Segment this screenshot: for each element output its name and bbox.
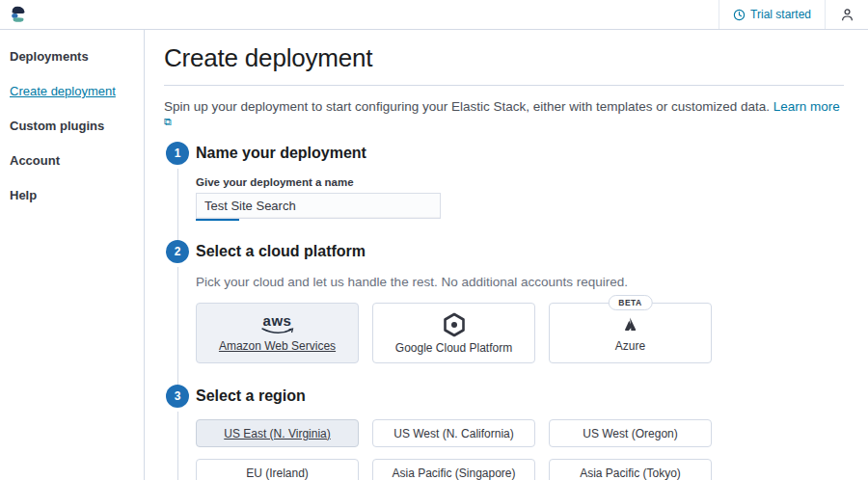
azure-logo [618, 314, 643, 335]
main-content: Create deployment Spin up your deploymen… [145, 30, 868, 480]
region-button-us-east[interactable]: US East (N. Virginia) [196, 419, 359, 447]
trial-started-label: Trial started [750, 8, 811, 21]
user-menu-button[interactable] [826, 0, 868, 29]
sidebar: Deployments Create deployment Custom plu… [0, 30, 145, 480]
page-title: Create deployment [164, 43, 844, 73]
gcp-logo [442, 312, 467, 337]
region-button-ap-tokyo[interactable]: Asia Pacific (Tokyo) [549, 459, 712, 480]
sidebar-item-help[interactable]: Help [10, 188, 134, 202]
elastic-cloud-logo[interactable] [8, 4, 29, 25]
step-1: 1 Name your deployment Give your deploym… [164, 142, 844, 240]
region-button-us-west-california[interactable]: US West (N. California) [372, 419, 535, 447]
region-button-us-west-oregon[interactable]: US West (Oregon) [549, 419, 712, 447]
step-3: 3 Select a region US East (N. Virginia) … [164, 385, 844, 480]
step-connector [177, 169, 178, 244]
step-3-number: 3 [166, 385, 189, 408]
input-focus-underline [196, 219, 239, 221]
step-1-title: Name your deployment [196, 142, 844, 165]
region-button-eu-ireland[interactable]: EU (Ireland) [196, 459, 359, 480]
step-connector [177, 412, 178, 480]
user-icon [840, 8, 854, 22]
step-connector [177, 267, 178, 388]
platform-label-aws: Amazon Web Services [219, 339, 336, 353]
sidebar-item-deployments[interactable]: Deployments [10, 49, 134, 64]
intro-text: Spin up your deployment to start configu… [164, 99, 844, 128]
sidebar-item-custom-plugins[interactable]: Custom plugins [10, 119, 134, 133]
sidebar-item-account[interactable]: Account [10, 153, 134, 168]
platform-card-gcp[interactable]: Google Cloud Platform [372, 303, 535, 363]
external-link-icon: ⧉ [164, 116, 172, 127]
step-1-number: 1 [166, 142, 189, 165]
step-3-title: Select a region [196, 385, 844, 408]
platform-description: Pick your cloud and let us handle the re… [196, 275, 844, 289]
step-2: 2 Select a cloud platform Pick your clou… [164, 240, 844, 385]
top-bar: Trial started [0, 0, 868, 30]
deployment-name-input[interactable] [196, 193, 441, 219]
region-button-ap-singapore[interactable]: Asia Pacific (Singapore) [372, 459, 535, 480]
step-2-number: 2 [166, 240, 189, 263]
platform-label-azure: Azure [615, 339, 645, 353]
aws-logo: aws [261, 313, 294, 335]
trial-started-badge[interactable]: Trial started [719, 0, 826, 29]
platform-card-azure[interactable]: BETA Azure [549, 303, 712, 363]
platform-label-gcp: Google Cloud Platform [395, 341, 512, 355]
platform-card-aws[interactable]: aws Amazon Web Services [196, 303, 359, 363]
title-divider [164, 85, 844, 86]
beta-badge: BETA [608, 295, 653, 310]
deployment-name-label: Give your deployment a name [196, 176, 844, 188]
step-2-title: Select a cloud platform [196, 240, 844, 263]
sidebar-item-create-deployment[interactable]: Create deployment [10, 84, 134, 98]
clock-icon [733, 9, 746, 21]
